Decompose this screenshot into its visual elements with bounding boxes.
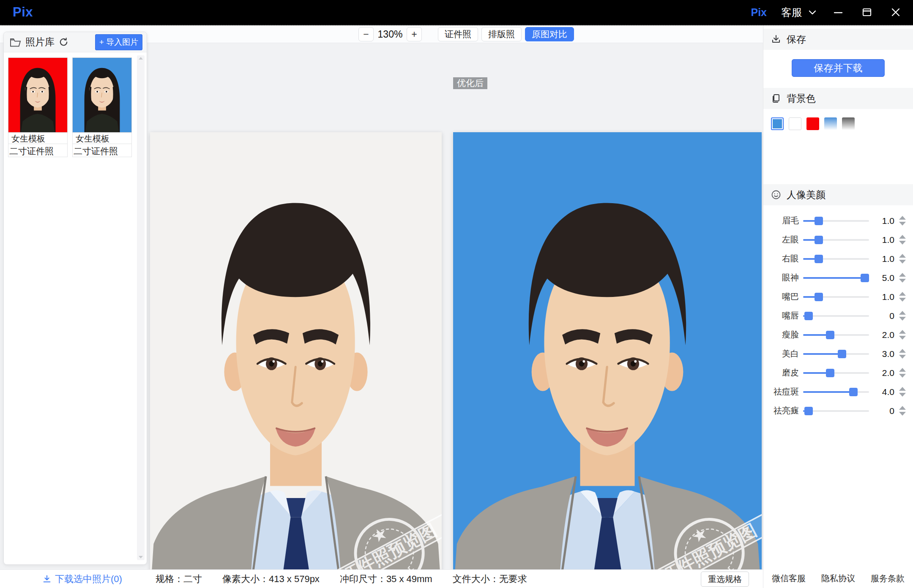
slider-thumb[interactable] — [815, 293, 823, 301]
stepper-down-icon[interactable] — [899, 317, 906, 321]
stepper-down-icon[interactable] — [899, 393, 906, 397]
download-selected-link[interactable]: 下载选中照片(0) — [42, 570, 122, 588]
slider-track-祛痘斑[interactable] — [803, 391, 869, 393]
stepper-up-icon[interactable] — [899, 368, 906, 372]
slider-label: 眼神 — [768, 272, 799, 283]
stepper-up-icon[interactable] — [899, 216, 906, 220]
stepper-up-icon[interactable] — [899, 330, 906, 334]
stepper-up-icon[interactable] — [899, 349, 906, 353]
slider-track-嘴唇[interactable] — [803, 315, 869, 317]
scroll-down-icon[interactable] — [139, 556, 143, 558]
close-button[interactable] — [888, 5, 903, 19]
slider-thumb[interactable] — [849, 388, 858, 396]
scroll-up-icon[interactable] — [139, 57, 143, 60]
slider-thumb[interactable] — [804, 407, 813, 415]
import-photo-button[interactable]: + 导入图片 — [95, 34, 142, 50]
slider-thumb[interactable] — [826, 331, 834, 339]
titlebar: Pix Pix 客服 — [0, 0, 913, 25]
slider-value: 2.0 — [874, 368, 894, 378]
beauty-section-header: 人像美颜 — [763, 184, 913, 205]
stepper-up-icon[interactable] — [899, 292, 906, 296]
slider-track-美白[interactable] — [803, 353, 869, 355]
stepper-up-icon[interactable] — [899, 311, 906, 315]
library-photo-card[interactable]: 女生模板二寸证件照 — [8, 57, 68, 157]
slider-track-右眼[interactable] — [803, 258, 869, 260]
download-icon — [771, 34, 781, 44]
optimized-badge: 优化后 — [453, 77, 487, 89]
stepper-up-icon[interactable] — [899, 235, 906, 239]
library-scrollbar[interactable] — [137, 55, 145, 560]
mode-button-证件照[interactable]: 证件照 — [438, 27, 478, 41]
stepper-down-icon[interactable] — [899, 241, 906, 245]
stepper-up-icon[interactable] — [899, 387, 906, 391]
photo-spec-info: 规格：二寸像素大小：413 x 579px冲印尺寸：35 x 49mm文件大小：… — [156, 570, 527, 588]
beauty-slider-row: 祛亮癍0 — [763, 401, 913, 420]
library-photo-card[interactable]: 女生模板二寸证件照 — [72, 57, 132, 157]
beauty-slider-row: 左眼1.0 — [763, 230, 913, 249]
download-icon — [42, 574, 52, 584]
stepper-down-icon[interactable] — [899, 336, 906, 340]
slider-thumb[interactable] — [815, 255, 823, 263]
support-menu[interactable]: 客服 — [781, 5, 817, 19]
slider-thumb[interactable] — [861, 274, 869, 282]
slider-track-嘴巴[interactable] — [803, 296, 869, 298]
save-and-download-button[interactable]: 保存并下载 — [792, 59, 885, 77]
library-header: 照片库 + 导入图片 — [4, 32, 147, 52]
stepper-down-icon[interactable] — [899, 298, 906, 302]
library-title: 照片库 — [25, 35, 55, 49]
slider-value: 0 — [874, 311, 894, 321]
slider-track-眼神[interactable] — [803, 277, 869, 279]
slider-label: 右眼 — [768, 253, 799, 264]
stepper-down-icon[interactable] — [899, 374, 906, 378]
smiley-icon — [771, 190, 781, 200]
slider-value: 1.0 — [874, 292, 894, 302]
mode-button-原图对比[interactable]: 原图对比 — [525, 27, 574, 41]
bg-swatch-blue[interactable] — [771, 117, 784, 130]
beauty-section-title: 人像美颜 — [787, 188, 826, 201]
stepper-down-icon[interactable] — [899, 279, 906, 283]
slider-label: 祛痘斑 — [768, 386, 799, 397]
beauty-slider-row: 美白3.0 — [763, 344, 913, 363]
slider-track-祛亮癍[interactable] — [803, 410, 869, 412]
slider-label: 嘴唇 — [768, 310, 799, 321]
slider-track-瘦脸[interactable] — [803, 334, 869, 336]
slider-track-磨皮[interactable] — [803, 372, 869, 374]
spec-item: 冲印尺寸：35 x 49mm — [340, 573, 432, 585]
reselect-spec-button[interactable]: 重选规格 — [701, 572, 749, 587]
stepper-up-icon[interactable] — [899, 254, 906, 258]
mode-button-排版照[interactable]: 排版照 — [481, 27, 522, 41]
slider-thumb[interactable] — [804, 312, 813, 320]
minimize-button[interactable] — [831, 5, 845, 19]
app-logo: Pix — [13, 5, 33, 20]
stepper-down-icon[interactable] — [899, 412, 906, 416]
stepper-down-icon[interactable] — [899, 222, 906, 226]
maximize-button[interactable] — [860, 5, 874, 19]
bg-swatch-white[interactable] — [789, 117, 801, 130]
bg-swatch-red[interactable] — [806, 117, 819, 130]
stepper-down-icon[interactable] — [899, 355, 906, 359]
refresh-button[interactable] — [59, 37, 68, 47]
photo-thumbnail[interactable] — [8, 57, 68, 133]
bg-swatch-blue-gradient[interactable] — [824, 117, 837, 130]
slider-thumb[interactable] — [826, 369, 834, 377]
footer-link-服务条款[interactable]: 服务条款 — [871, 573, 905, 584]
save-section-title: 保存 — [787, 33, 806, 46]
zoom-in-button[interactable]: + — [407, 27, 422, 41]
footer-link-隐私协议[interactable]: 隐私协议 — [821, 573, 855, 584]
footer-link-微信客服[interactable]: 微信客服 — [772, 573, 806, 584]
beauty-sliders: 眉毛1.0左眼1.0右眼1.0眼神5.0嘴巴1.0嘴唇0瘦脸2.0美白3.0磨皮… — [763, 205, 913, 425]
download-selected-label: 下载选中照片(0) — [55, 573, 122, 585]
stepper-up-icon[interactable] — [899, 406, 906, 410]
save-section: 保存 保存并下载 — [763, 29, 913, 88]
slider-track-左眼[interactable] — [803, 239, 869, 241]
slider-track-眉毛[interactable] — [803, 220, 869, 222]
slider-thumb[interactable] — [815, 217, 823, 225]
slider-thumb[interactable] — [838, 350, 846, 358]
zoom-out-button[interactable]: − — [358, 27, 374, 41]
photo-template-name: 女生模板 — [72, 133, 132, 144]
slider-thumb[interactable] — [815, 236, 823, 244]
photo-thumbnail[interactable] — [72, 57, 132, 133]
bg-swatch-gray-gradient[interactable] — [842, 117, 855, 130]
stepper-up-icon[interactable] — [899, 273, 906, 277]
stepper-down-icon[interactable] — [899, 260, 906, 264]
